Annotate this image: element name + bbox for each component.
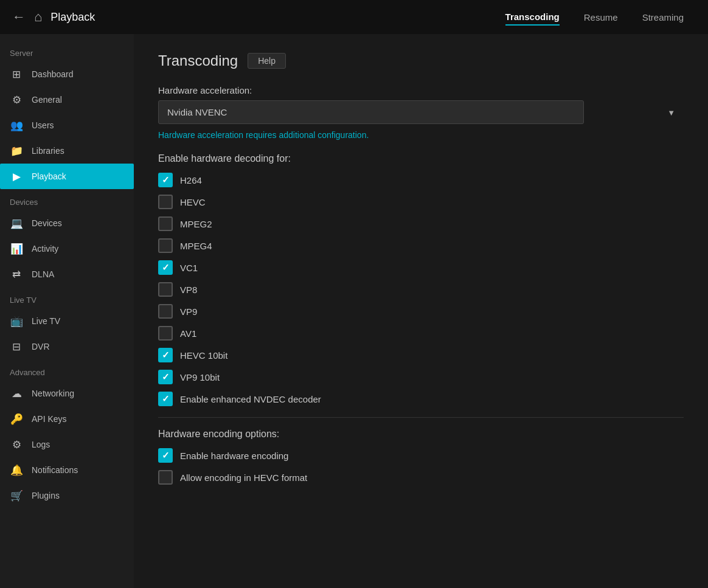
codec-hevc-row: HEVC bbox=[158, 195, 684, 209]
codec-av1-label: AV1 bbox=[180, 328, 196, 339]
hw-encoding-option-label: Enable hardware encoding bbox=[180, 451, 288, 461]
codec-vp9-row: VP9 bbox=[158, 304, 684, 319]
dlna-icon: ⇄ bbox=[10, 268, 23, 281]
topbar-nav: Transcoding Resume Streaming bbox=[505, 9, 684, 26]
hw-encoding-label: Hardware encoding options: bbox=[158, 429, 684, 440]
hevc-format-label: Allow encoding in HEVC format bbox=[180, 472, 307, 483]
sidebar-item-livetv[interactable]: 📺 Live TV bbox=[0, 308, 134, 334]
sidebar-label-dvr: DVR bbox=[32, 342, 50, 351]
divider bbox=[158, 417, 684, 418]
codec-vp8-row: VP8 bbox=[158, 282, 684, 297]
nav-streaming[interactable]: Streaming bbox=[642, 10, 684, 25]
libraries-icon: 📁 bbox=[10, 144, 23, 157]
sidebar-label-dashboard: Dashboard bbox=[32, 69, 74, 79]
sidebar-label-devices: Devices bbox=[32, 218, 62, 228]
codec-vc1-row: VC1 bbox=[158, 260, 684, 275]
enhanced-nvdec-row: Enable enhanced NVDEC decoder bbox=[158, 392, 684, 406]
codec-vp8-label: VP8 bbox=[180, 285, 197, 295]
nav-transcoding[interactable]: Transcoding bbox=[505, 9, 560, 26]
enhanced-nvdec-checkbox[interactable] bbox=[158, 392, 173, 406]
hw-decoding-label: Enable hardware decoding for: bbox=[158, 153, 684, 164]
hw-accel-select-wrapper: Nvidia NVENC None Intel QuickSync AMD AM… bbox=[158, 100, 684, 124]
sidebar-label-plugins: Plugins bbox=[32, 491, 60, 500]
codec-mpeg4-row: MPEG4 bbox=[158, 238, 684, 253]
codec-mpeg2-checkbox[interactable] bbox=[158, 216, 173, 231]
gear-icon: ⚙ bbox=[10, 93, 23, 106]
sidebar-label-networking: Networking bbox=[32, 389, 74, 398]
sidebar-label-playback: Playback bbox=[32, 171, 66, 181]
content-area: Transcoding Help Hardware acceleration: … bbox=[134, 34, 708, 588]
sidebar-item-dvr[interactable]: ⊟ DVR bbox=[0, 334, 134, 359]
hw-encoding-checkbox[interactable] bbox=[158, 448, 173, 463]
codec-av1-row: AV1 bbox=[158, 326, 684, 341]
sidebar-item-playback[interactable]: ▶ Playback bbox=[0, 164, 134, 189]
codec-hevc10bit-row: HEVC 10bit bbox=[158, 348, 684, 362]
cloud-icon: ☁ bbox=[10, 387, 23, 400]
content-title: Transcoding bbox=[158, 52, 238, 69]
codec-vp9-label: VP9 bbox=[180, 306, 197, 317]
sidebar-item-notifications[interactable]: 🔔 Notifications bbox=[0, 457, 134, 483]
dashboard-icon: ⊞ bbox=[10, 67, 23, 81]
back-button[interactable]: ← bbox=[12, 9, 26, 25]
hw-accel-select[interactable]: Nvidia NVENC None Intel QuickSync AMD AM… bbox=[158, 100, 584, 124]
codec-hevc10bit-checkbox[interactable] bbox=[158, 348, 173, 362]
home-button[interactable]: ⌂ bbox=[34, 9, 42, 25]
codec-vp910bit-row: VP9 10bit bbox=[158, 370, 684, 384]
codec-vp910bit-checkbox[interactable] bbox=[158, 370, 173, 384]
codec-vp910bit-label: VP9 10bit bbox=[180, 372, 220, 382]
bell-icon: 🔔 bbox=[10, 463, 23, 477]
sidebar-item-devices[interactable]: 💻 Devices bbox=[0, 210, 134, 236]
topbar-left: ← ⌂ Playback bbox=[12, 9, 505, 25]
sidebar-label-dlna: DLNA bbox=[32, 269, 54, 279]
codec-h264-row: H264 bbox=[158, 173, 684, 187]
sidebar-item-logs[interactable]: ⚙ Logs bbox=[0, 432, 134, 457]
codec-mpeg2-row: MPEG2 bbox=[158, 216, 684, 231]
sidebar-item-general[interactable]: ⚙ General bbox=[0, 87, 134, 112]
codec-mpeg4-checkbox[interactable] bbox=[158, 238, 173, 253]
sidebar: Server ⊞ Dashboard ⚙ General 👥 Users 📁 L… bbox=[0, 34, 134, 588]
hevc-format-checkbox[interactable] bbox=[158, 470, 173, 485]
activity-icon: 📊 bbox=[10, 242, 23, 255]
codec-vp8-checkbox[interactable] bbox=[158, 282, 173, 297]
content-header: Transcoding Help bbox=[158, 52, 684, 69]
codec-vp9-checkbox[interactable] bbox=[158, 304, 173, 319]
codec-vc1-checkbox[interactable] bbox=[158, 260, 173, 275]
sidebar-label-activity: Activity bbox=[32, 244, 58, 254]
hw-accel-note[interactable]: Hardware acceleration requires additiona… bbox=[158, 130, 684, 140]
sidebar-item-dlna[interactable]: ⇄ DLNA bbox=[0, 261, 134, 287]
codec-h264-checkbox[interactable] bbox=[158, 173, 173, 187]
sidebar-item-users[interactable]: 👥 Users bbox=[0, 112, 134, 138]
users-icon: 👥 bbox=[10, 119, 23, 132]
sidebar-label-livetv: Live TV bbox=[32, 316, 60, 326]
sidebar-item-plugins[interactable]: 🛒 Plugins bbox=[0, 483, 134, 508]
main-layout: Server ⊞ Dashboard ⚙ General 👥 Users 📁 L… bbox=[0, 34, 708, 588]
sidebar-item-networking[interactable]: ☁ Networking bbox=[0, 381, 134, 406]
codec-hevc10bit-label: HEVC 10bit bbox=[180, 350, 227, 361]
sidebar-item-libraries[interactable]: 📁 Libraries bbox=[0, 138, 134, 164]
sidebar-label-general: General bbox=[32, 95, 62, 105]
key-icon: 🔑 bbox=[10, 412, 23, 426]
codec-av1-checkbox[interactable] bbox=[158, 326, 173, 341]
nav-resume[interactable]: Resume bbox=[584, 10, 618, 25]
sidebar-item-dashboard[interactable]: ⊞ Dashboard bbox=[0, 61, 134, 87]
select-arrow-icon: ▼ bbox=[667, 108, 675, 117]
enhanced-nvdec-label: Enable enhanced NVDEC decoder bbox=[180, 394, 321, 404]
hevc-format-row: Allow encoding in HEVC format bbox=[158, 470, 684, 485]
sidebar-item-activity[interactable]: 📊 Activity bbox=[0, 236, 134, 261]
help-button[interactable]: Help bbox=[248, 53, 286, 69]
codec-h264-label: H264 bbox=[180, 175, 202, 185]
sidebar-label-logs: Logs bbox=[32, 440, 50, 449]
topbar: ← ⌂ Playback Transcoding Resume Streamin… bbox=[0, 0, 708, 34]
sidebar-item-apikeys[interactable]: 🔑 API Keys bbox=[0, 406, 134, 432]
page-title: Playback bbox=[50, 11, 95, 24]
codec-hevc-checkbox[interactable] bbox=[158, 195, 173, 209]
sidebar-section-devices: Devices bbox=[0, 189, 134, 210]
codec-mpeg2-label: MPEG2 bbox=[180, 219, 212, 229]
plugins-icon: 🛒 bbox=[10, 489, 23, 502]
codec-hevc-label: HEVC bbox=[180, 197, 206, 207]
sidebar-section-server: Server bbox=[0, 40, 134, 61]
codec-vc1-label: VC1 bbox=[180, 263, 198, 273]
devices-icon: 💻 bbox=[10, 216, 23, 230]
sidebar-label-libraries: Libraries bbox=[32, 146, 64, 156]
sidebar-label-users: Users bbox=[32, 120, 54, 130]
